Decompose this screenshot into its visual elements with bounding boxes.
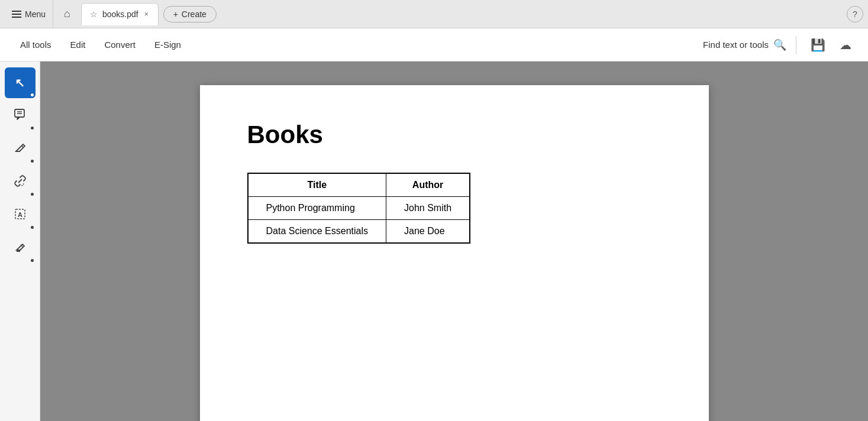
main-content: ↖ <box>0 61 868 421</box>
all-tools-button[interactable]: All tools <box>12 35 60 54</box>
create-plus-icon: + <box>173 9 178 19</box>
sidebar-tool-pen[interactable] <box>5 134 36 164</box>
edit-button[interactable]: Edit <box>62 35 94 54</box>
svg-line-3 <box>21 145 23 147</box>
pdf-table: Title Author Python Programming John Smi… <box>247 173 471 244</box>
highlight-icon <box>14 241 27 257</box>
tab-books-pdf[interactable]: ☆ books.pdf × <box>81 3 159 25</box>
expand-dot <box>31 226 34 229</box>
pdf-viewer-area[interactable]: Books Title Author Python Programming Jo… <box>40 61 868 421</box>
svg-text:A: A <box>18 211 22 218</box>
sidebar-tool-select[interactable]: ↖ <box>5 67 36 98</box>
sidebar-tool-comment[interactable] <box>5 101 36 131</box>
hamburger-icon <box>12 11 21 18</box>
pen-icon <box>14 141 27 157</box>
sidebar-tool-highlight[interactable] <box>5 233 36 264</box>
esign-button[interactable]: E-Sign <box>146 35 189 54</box>
expand-dot <box>31 127 34 129</box>
menu-label: Menu <box>25 9 46 19</box>
tab-filename: books.pdf <box>102 9 138 19</box>
table-header-title: Title <box>248 173 386 197</box>
upload-button[interactable]: ☁ <box>835 35 856 54</box>
tab-close-button[interactable]: × <box>143 9 150 20</box>
find-tools-area: Find text or tools 🔍 <box>703 38 786 51</box>
toolbar-divider <box>796 36 796 54</box>
table-cell-title-1: Python Programming <box>248 197 386 220</box>
expand-dot <box>31 160 34 163</box>
tab-star-icon: ☆ <box>90 9 98 19</box>
sidebar-tool-text-select[interactable]: A <box>5 200 36 231</box>
toolbar: All tools Edit Convert E-Sign Find text … <box>0 28 868 61</box>
pdf-page: Books Title Author Python Programming Jo… <box>200 85 709 421</box>
table-row: Python Programming John Smith <box>248 197 470 220</box>
create-label: Create <box>182 9 206 19</box>
table-row: Data Science Essentials Jane Doe <box>248 220 470 244</box>
tab-bar: ☆ books.pdf × + Create <box>81 3 842 25</box>
table-header-row: Title Author <box>248 173 470 197</box>
expand-dot <box>31 259 34 262</box>
toolbar-right: Find text or tools 🔍 💾 ☁ <box>703 35 856 54</box>
expand-dot <box>31 93 34 96</box>
text-select-icon: A <box>14 208 27 224</box>
cursor-icon: ↖ <box>15 76 25 90</box>
expand-dot <box>31 193 34 196</box>
comment-icon <box>14 108 27 124</box>
menu-button[interactable]: Menu <box>5 0 53 28</box>
table-cell-title-2: Data Science Essentials <box>248 220 386 244</box>
convert-button[interactable]: Convert <box>96 35 144 54</box>
sidebar-tool-link[interactable] <box>5 167 36 197</box>
create-button[interactable]: + Create <box>163 6 217 22</box>
link-icon <box>14 174 27 190</box>
home-button[interactable]: ⌂ <box>58 4 76 24</box>
search-icon: 🔍 <box>773 39 786 51</box>
help-icon: ? <box>853 9 857 19</box>
pdf-document-title: Books <box>247 121 662 149</box>
help-button[interactable]: ? <box>847 6 863 22</box>
table-cell-author-1: John Smith <box>386 197 470 220</box>
find-tools-label: Find text or tools <box>703 40 769 50</box>
search-button[interactable]: 🔍 <box>773 38 786 51</box>
sidebar: ↖ <box>0 61 40 421</box>
upload-icon: ☁ <box>840 38 851 51</box>
save-icon: 💾 <box>811 38 825 51</box>
browser-bar: Menu ⌂ ☆ books.pdf × + Create ? <box>0 0 868 28</box>
save-button[interactable]: 💾 <box>806 35 830 54</box>
table-cell-author-2: Jane Doe <box>386 220 470 244</box>
table-header-author: Author <box>386 173 470 197</box>
